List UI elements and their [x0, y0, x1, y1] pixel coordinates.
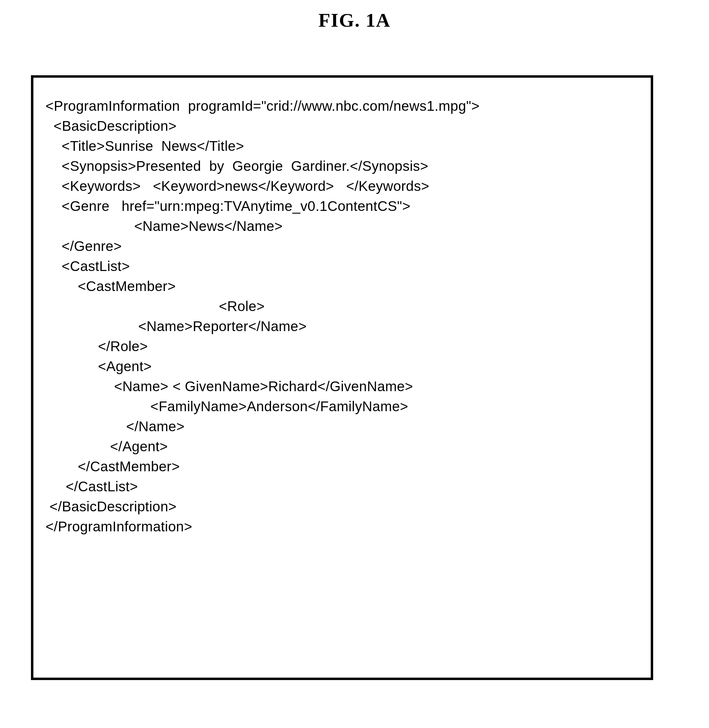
- code-line: <Keywords> <Keyword>news</Keyword> </Key…: [45, 179, 639, 199]
- code-line: <Role>: [45, 299, 639, 319]
- code-line: <Name>News</Name>: [45, 219, 639, 239]
- code-line: <Name>Reporter</Name>: [45, 319, 639, 339]
- code-line: </ProgramInformation>: [45, 519, 639, 540]
- code-line: <Title>Sunrise News</Title>: [45, 139, 639, 159]
- code-line: <CastMember>: [45, 279, 639, 299]
- code-line: </Agent>: [45, 439, 639, 460]
- code-line: </Role>: [45, 339, 639, 359]
- xml-code-listing: <ProgramInformation programId="crid://ww…: [45, 99, 639, 540]
- code-line: </CastMember>: [45, 460, 639, 480]
- code-line: </CastList>: [45, 480, 639, 499]
- code-line: </Name>: [45, 419, 639, 439]
- page: FIG. 1A <ProgramInformation programId="c…: [0, 0, 709, 728]
- code-line: <Genre href="urn:mpeg:TVAnytime_v0.1Cont…: [45, 199, 639, 219]
- code-line: <FamilyName>Anderson</FamilyName>: [45, 399, 639, 419]
- code-line: <Agent>: [45, 359, 639, 379]
- code-line: <Synopsis>Presented by Georgie Gardiner.…: [45, 159, 639, 179]
- code-line: <Name> < GivenName>Richard</GivenName>: [45, 379, 639, 399]
- code-line: </Genre>: [45, 239, 639, 259]
- code-line: <CastList>: [45, 259, 639, 279]
- code-line: </BasicDescription>: [45, 499, 639, 519]
- code-line: <ProgramInformation programId="crid://ww…: [45, 99, 639, 119]
- figure-label: FIG. 1A: [0, 9, 709, 32]
- code-line: <BasicDescription>: [45, 119, 639, 139]
- xml-code-box: <ProgramInformation programId="crid://ww…: [31, 75, 653, 680]
